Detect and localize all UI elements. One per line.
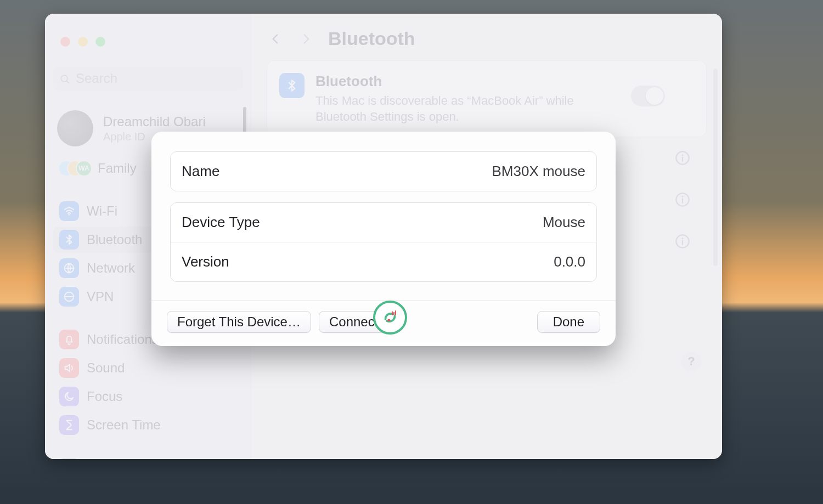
watermark-badge	[373, 301, 407, 335]
device-spec-list: Device Type Mouse Version 0.0.0	[170, 202, 597, 282]
done-button[interactable]: Done	[537, 311, 600, 333]
row-value: BM30X mouse	[492, 163, 585, 180]
device-name-row: Name BM30X mouse	[171, 152, 596, 191]
row-label: Device Type	[182, 214, 260, 231]
row-label: Version	[182, 253, 229, 270]
svg-rect-16	[388, 319, 390, 321]
row-value: 0.0.0	[554, 253, 585, 270]
device-type-row: Device Type Mouse	[171, 203, 596, 242]
device-version-row: Version 0.0.0	[171, 242, 596, 281]
row-value: Mouse	[543, 214, 585, 231]
device-details-list: Name BM30X mouse	[170, 151, 597, 191]
row-label: Name	[182, 163, 219, 180]
forget-device-button[interactable]: Forget This Device…	[167, 311, 311, 333]
